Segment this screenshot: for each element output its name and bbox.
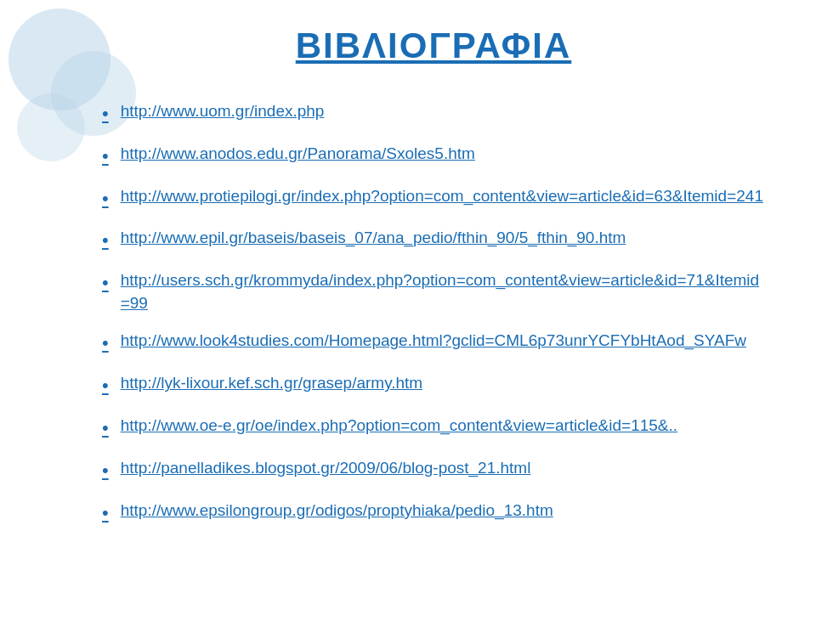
link-10[interactable]: http://www.epsilongroup.gr/odigos/propty… <box>121 500 553 523</box>
bibliography-list: •http://www.uom.gr/index.php•http://www.… <box>102 100 765 526</box>
link-6[interactable]: http://www.look4studies.com/Homepage.htm… <box>121 330 746 353</box>
link-8[interactable]: http://www.oe-e.gr/oe/index.php?option=c… <box>121 415 677 438</box>
list-item: •http://www.epsilongroup.gr/odigos/propt… <box>102 500 765 527</box>
link-7[interactable]: http://lyk-lixour.kef.sch.gr/grasep/army… <box>121 372 423 395</box>
link-1[interactable]: http://www.uom.gr/index.php <box>121 100 325 123</box>
list-item: •http://www.look4studies.com/Homepage.ht… <box>102 330 765 357</box>
link-3[interactable]: http://www.protiepilogi.gr/index.php?opt… <box>121 185 763 208</box>
link-9[interactable]: http://panelladikes.blogspot.gr/2009/06/… <box>121 457 531 480</box>
link-2[interactable]: http://www.anodos.edu.gr/Panorama/Sxoles… <box>121 143 475 166</box>
bullet-icon: • <box>102 101 109 127</box>
main-content: ΒΙΒΛΙΟΓΡΑΦΙΑ •http://www.uom.gr/index.ph… <box>0 0 816 567</box>
list-item: •http://lyk-lixour.kef.sch.gr/grasep/arm… <box>102 372 765 399</box>
bullet-icon: • <box>102 144 109 170</box>
list-item: •http://www.epil.gr/baseis/baseis_07/ana… <box>102 227 765 254</box>
list-item: •http://www.oe-e.gr/oe/index.php?option=… <box>102 415 765 442</box>
list-item: •http://panelladikes.blogspot.gr/2009/06… <box>102 457 765 484</box>
list-item: •http://www.anodos.edu.gr/Panorama/Sxole… <box>102 143 765 170</box>
list-item: •http://www.uom.gr/index.php <box>102 100 765 127</box>
bullet-icon: • <box>102 415 109 442</box>
bullet-icon: • <box>102 458 109 484</box>
list-item: •http://www.protiepilogi.gr/index.php?op… <box>102 185 765 212</box>
bullet-icon: • <box>102 270 109 297</box>
link-5[interactable]: http://users.sch.gr/krommyda/index.php?o… <box>121 269 765 314</box>
link-4[interactable]: http://www.epil.gr/baseis/baseis_07/ana_… <box>121 227 626 250</box>
bullet-icon: • <box>102 228 109 254</box>
bullet-icon: • <box>102 500 109 527</box>
page-title: ΒΙΒΛΙΟΓΡΑΦΙΑ <box>102 25 765 66</box>
list-item: •http://users.sch.gr/krommyda/index.php?… <box>102 269 765 314</box>
bullet-icon: • <box>102 373 109 399</box>
bullet-icon: • <box>102 330 109 357</box>
bullet-icon: • <box>102 186 109 212</box>
